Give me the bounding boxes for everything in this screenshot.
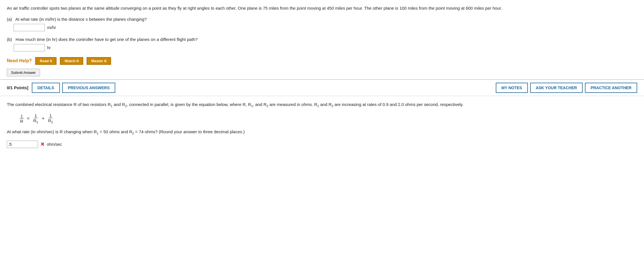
- previous-answers-button[interactable]: PREVIOUS ANSWERS: [62, 83, 115, 93]
- points-label: 0/1 Points]: [7, 85, 28, 90]
- part-b-label: (b) How much time (in hr) does the contr…: [7, 37, 637, 42]
- part-a-answer-row: mi/hr: [14, 24, 637, 31]
- fraction-rhs1: 1 R1: [32, 113, 39, 124]
- problem1-text: An air traffic controller spots two plan…: [7, 5, 637, 12]
- problem1-description: An air traffic controller spots two plan…: [7, 6, 502, 11]
- my-notes-button[interactable]: MY NOTES: [496, 83, 528, 93]
- rhs2-numerator: 1: [49, 113, 53, 118]
- formula-line: 1 R = 1 R1 + 1 R2: [18, 113, 637, 124]
- watch-it-button[interactable]: Watch It: [60, 57, 83, 65]
- part-b-input[interactable]: [14, 44, 45, 51]
- plus-sign: +: [42, 116, 44, 121]
- bottom-bar: 0/1 Points] DETAILS PREVIOUS ANSWERS MY …: [0, 80, 644, 96]
- wrong-icon: ✕: [40, 141, 45, 147]
- equals-sign: =: [27, 116, 30, 121]
- master-it-button[interactable]: Master It: [87, 57, 111, 65]
- rhs1-denominator: R1: [32, 118, 39, 124]
- ask-teacher-button[interactable]: ASK YOUR TEACHER: [530, 83, 583, 93]
- submit-button[interactable]: Submit Answer: [7, 69, 40, 76]
- read-it-button[interactable]: Read It: [35, 57, 57, 65]
- lhs-denominator: R: [19, 119, 24, 124]
- problem2-text: The combined electrical resistance R of …: [7, 101, 637, 109]
- problem2-answer-row: ✕ ohm/sec: [7, 141, 637, 148]
- need-help-row: Need Help? Read It Watch It Master It: [7, 57, 637, 65]
- formula-block: 1 R = 1 R1 + 1 R2: [18, 113, 637, 124]
- part-b-answer-row: hr: [14, 44, 637, 51]
- submit-row: Submit Answer: [7, 69, 637, 76]
- part-a-input[interactable]: [14, 24, 45, 31]
- variable-s: s: [86, 17, 89, 22]
- part-b-unit: hr: [47, 45, 51, 50]
- problem2-input[interactable]: [7, 141, 38, 148]
- part-b: (b) How much time (in hr) does the contr…: [7, 37, 637, 51]
- fraction-rhs2: 1 R2: [47, 113, 54, 124]
- lhs-numerator: 1: [20, 114, 24, 119]
- need-help-label: Need Help?: [7, 58, 32, 63]
- rhs2-denominator: R2: [47, 118, 54, 124]
- problem2-question: At what rate (in ohm/sec) is R changing …: [7, 128, 637, 136]
- practice-another-button[interactable]: PRACTICE ANOTHER: [585, 83, 637, 93]
- rhs1-numerator: 1: [34, 113, 38, 118]
- details-button[interactable]: DETAILS: [32, 83, 60, 93]
- problem2-section: The combined electrical resistance R of …: [0, 96, 644, 154]
- problem1-section: An air traffic controller spots two plan…: [0, 0, 644, 80]
- part-a-label: (a) At what rate (in mi/hr) is the dista…: [7, 17, 637, 22]
- part-a-unit: mi/hr: [47, 25, 56, 30]
- problem2-unit: ohm/sec: [47, 142, 62, 147]
- fraction-lhs: 1 R: [19, 114, 24, 124]
- part-a: (a) At what rate (in mi/hr) is the dista…: [7, 17, 637, 31]
